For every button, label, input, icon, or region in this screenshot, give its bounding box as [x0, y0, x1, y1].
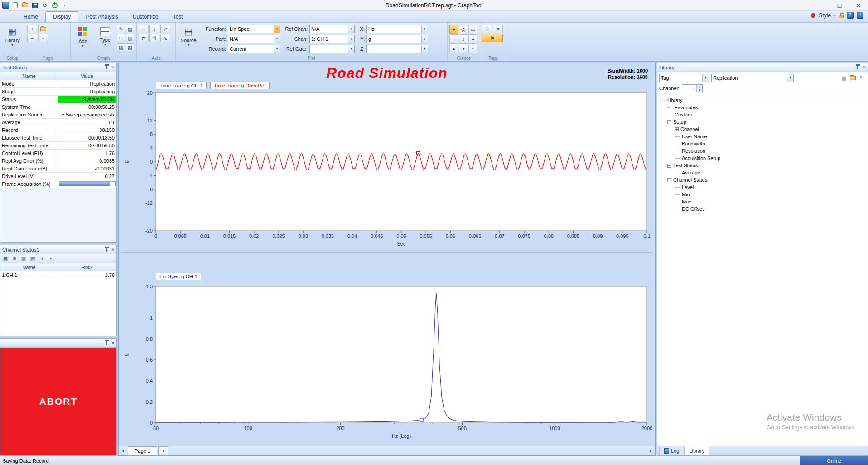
close-icon[interactable]: ×: [863, 65, 866, 70]
tree-item-channel-status[interactable]: −Channel Status: [657, 176, 868, 184]
graph-style-icon-3[interactable]: ▭: [117, 34, 125, 42]
tags-panel-icon[interactable]: ⚑: [482, 34, 503, 42]
add-page-tab-button[interactable]: +: [158, 446, 168, 455]
qat-more-icon[interactable]: ▾: [61, 1, 69, 10]
undo-icon[interactable]: ↺: [41, 1, 49, 10]
ribbon-tab-test[interactable]: Test: [165, 12, 190, 22]
axis-scale-y-icon[interactable]: ↕: [149, 25, 159, 33]
spinner-down-icon[interactable]: ▼: [697, 88, 702, 92]
tag-add-icon[interactable]: ⚐: [482, 25, 492, 33]
cursor-tool-peak-icon[interactable]: ▴: [449, 44, 458, 53]
view-list-icon[interactable]: ≡: [10, 255, 19, 262]
bottom-tab-library[interactable]: Library: [684, 446, 709, 455]
cursor-tool-point-icon[interactable]: ●: [468, 34, 477, 44]
view-split-icon[interactable]: ▨: [29, 255, 37, 262]
spinner-up-icon[interactable]: ▲: [697, 85, 702, 88]
open-library-icon[interactable]: [849, 74, 857, 82]
pin-icon[interactable]: [106, 341, 107, 345]
minimize-button[interactable]: –: [811, 0, 830, 10]
page-tab[interactable]: Page 1: [128, 446, 157, 455]
tree-item-user-name[interactable]: User Name: [657, 133, 868, 140]
graph-style-icon-2[interactable]: ▤: [126, 25, 134, 33]
tree-item-library[interactable]: Library: [657, 97, 868, 104]
plot-field-combo-chan[interactable]: 1: CH 1▾: [309, 35, 355, 43]
save-icon[interactable]: [31, 1, 39, 10]
graph-style-icon-5[interactable]: ▨: [117, 43, 125, 51]
tree-item-average[interactable]: Average: [657, 169, 868, 176]
trace-tab-linspec[interactable]: Lin Spec g CH 1: [156, 273, 201, 280]
open-file-icon[interactable]: [21, 1, 29, 10]
collapse-icon[interactable]: −: [667, 120, 671, 124]
page-scroll-left-icon[interactable]: ◂: [119, 446, 127, 455]
cursor-tool-vertical-icon[interactable]: ↕: [459, 34, 468, 44]
collapse-icon[interactable]: −: [667, 178, 671, 182]
axis-scale-x-icon[interactable]: ↔: [139, 25, 149, 33]
maximize-button[interactable]: □: [830, 0, 849, 10]
tree-item-test-status[interactable]: −Test Status: [657, 162, 868, 169]
plot-field-combo-record[interactable]: Current▾: [228, 45, 280, 53]
trace-tab-driveref[interactable]: Time Trace g DriveRef: [210, 82, 270, 89]
library-button[interactable]: ▦ Library ▾: [2, 24, 23, 48]
plot-field-combo-y[interactable]: g▾: [366, 35, 428, 43]
library-type-combo[interactable]: Replication ▾: [711, 74, 794, 82]
graph-style-icon-6[interactable]: ▧: [126, 43, 134, 51]
tree-item-resolution[interactable]: Resolution: [657, 147, 868, 155]
cursor-tool-zoom-icon[interactable]: ◎: [459, 25, 468, 34]
tag-combo[interactable]: Tag ▾: [659, 74, 709, 82]
cursor-tool-horizontal-icon[interactable]: ↔: [449, 34, 458, 44]
plot-field-combo-function[interactable]: Lin Spec▾: [228, 25, 280, 33]
trace-tab-ch1[interactable]: Time Trace g CH 1: [156, 82, 207, 89]
open-page-button[interactable]: [38, 25, 48, 33]
tree-item-setup[interactable]: −Setup: [657, 118, 868, 126]
tree-item-acquisition-setup[interactable]: Acquisition Setup: [657, 155, 868, 162]
collapse-icon[interactable]: −: [667, 164, 671, 168]
refresh-icon[interactable]: ↻: [858, 74, 866, 82]
cursor-tool-crosshair-icon[interactable]: +: [449, 25, 458, 34]
plot-field-combo-x[interactable]: Hz▾: [366, 25, 428, 33]
remove-page-button[interactable]: −: [27, 34, 37, 42]
cursor-tool-band-icon[interactable]: ▭: [468, 25, 477, 34]
tree-item-favourites[interactable]: Favourites: [657, 104, 868, 111]
ribbon-tab-customize[interactable]: Customize: [125, 12, 166, 22]
spec-chart-plot[interactable]: 1.310.80.60.40.205010020050010002000Hz (…: [121, 284, 653, 445]
pin-icon[interactable]: [106, 248, 107, 252]
tag-remove-icon[interactable]: ⚑: [493, 25, 503, 33]
export-icon[interactable]: ▦: [840, 74, 848, 82]
power-icon[interactable]: [51, 1, 59, 10]
close-button[interactable]: ×: [849, 0, 868, 10]
page-scroll-right-icon[interactable]: ▸: [647, 446, 655, 455]
style-button[interactable]: Style: [819, 12, 831, 19]
view-columns-icon[interactable]: ▥: [19, 255, 28, 262]
tree-item-bandwidth[interactable]: Bandwidth: [657, 140, 868, 147]
graph-style-icon-1[interactable]: ✎: [117, 25, 125, 33]
add-page-button[interactable]: +: [27, 25, 37, 33]
close-icon[interactable]: ×: [111, 341, 115, 345]
bottom-tab-log[interactable]: Log: [659, 446, 684, 455]
page-options-button[interactable]: ▾: [38, 34, 48, 42]
pin-icon[interactable]: [106, 66, 107, 69]
abort-button[interactable]: ABORT: [0, 348, 116, 455]
axis-autoscale-icon[interactable]: ↗: [160, 25, 170, 33]
pin-icon[interactable]: [857, 66, 858, 69]
time-chart-plot[interactable]: 2012840-4-8-12-2000.0050.010.0150.020.02…: [121, 91, 653, 251]
ribbon-tab-home[interactable]: Home: [16, 12, 45, 22]
cursor-tool-valley-icon[interactable]: ▾: [459, 44, 468, 53]
ribbon-tab-post-analysis[interactable]: Post Analysis: [78, 12, 125, 22]
close-icon[interactable]: ×: [111, 247, 115, 252]
tree-item-custom[interactable]: Custom: [657, 111, 868, 118]
plot-field-combo-z[interactable]: ▾: [366, 45, 428, 53]
close-icon[interactable]: ×: [111, 65, 115, 70]
tree-item-channel[interactable]: +Channel: [657, 126, 868, 133]
tree-item-max[interactable]: Max: [657, 198, 868, 205]
graph-type-button[interactable]: Type ▾: [95, 24, 116, 47]
tree-item-min[interactable]: Min: [657, 191, 868, 198]
axis-fit-icon[interactable]: ↘: [160, 34, 170, 42]
new-file-icon[interactable]: [11, 1, 19, 10]
view-grid-icon[interactable]: ▦: [1, 255, 10, 262]
cursor-tool-marker-icon[interactable]: ▪: [468, 44, 477, 53]
axis-zoom-out-icon[interactable]: ⇅: [149, 34, 159, 42]
clock-icon[interactable]: ◑: [38, 255, 46, 262]
plot-field-combo-part[interactable]: N/A▾: [228, 35, 280, 43]
tree-item-dc-offset[interactable]: DC Offset: [657, 205, 868, 213]
expand-icon[interactable]: +: [675, 127, 679, 131]
